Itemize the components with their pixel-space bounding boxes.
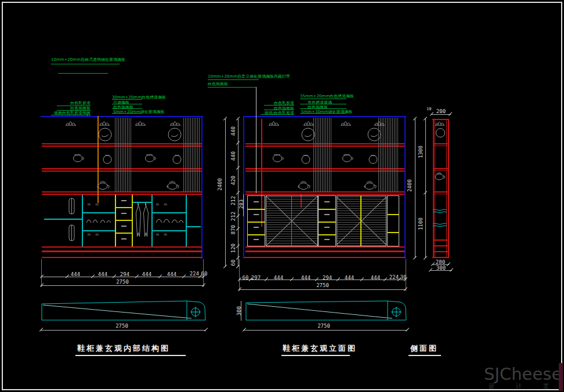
plant-icon	[99, 119, 110, 126]
teapot-icon	[297, 180, 313, 190]
dim-label: 420	[230, 172, 236, 189]
plant-icon	[340, 119, 352, 126]
drawer-handle	[121, 238, 126, 239]
dim-label: 10	[426, 107, 431, 111]
leader-line	[256, 87, 256, 193]
coat-icon	[143, 204, 149, 238]
dim-label: 2750	[114, 279, 131, 285]
drawer-handle	[121, 226, 126, 227]
decor-squiggle: ≈≈	[87, 232, 103, 237]
dim-label: 2750	[315, 323, 332, 329]
drawer-handle	[121, 213, 126, 214]
callout: 墙纸/白色乳胶漆	[250, 110, 294, 116]
dim-label: 2400	[217, 176, 223, 193]
drawer-column	[318, 195, 336, 246]
dim-label: 2400	[407, 177, 413, 194]
title-underline	[408, 355, 441, 356]
drawer-handle	[121, 200, 126, 201]
title-underline	[281, 355, 350, 356]
plant-icon	[65, 119, 77, 126]
teapot-icon	[363, 180, 379, 190]
umbrella-icon	[68, 224, 75, 242]
callout: 白色饰面板	[208, 81, 228, 87]
vase-icon	[102, 154, 113, 164]
grain-panel	[313, 118, 332, 192]
plate-icon	[97, 127, 113, 142]
door-panel	[266, 195, 318, 246]
dim-label: 440	[230, 122, 236, 140]
dim-label: 2750	[314, 282, 331, 288]
plant-icon	[303, 119, 314, 126]
plant-icon	[169, 119, 181, 126]
grain-panel	[183, 118, 200, 192]
vase-icon	[341, 153, 355, 162]
drawer-column	[247, 195, 265, 246]
note-glass-shelf: 10mm+20mm自由式透明钢化玻璃搁板	[51, 57, 125, 63]
watermark-logo: SJCheese	[484, 364, 562, 384]
title-side-view: 侧面图	[410, 343, 438, 354]
teapot-icon	[96, 180, 112, 190]
grain-panel	[115, 118, 132, 192]
watermark-bar	[559, 363, 563, 391]
decor-squiggle: ≈≈	[87, 202, 103, 207]
plate-icon	[167, 127, 182, 142]
plant-icon	[374, 119, 385, 126]
title-underline	[75, 355, 186, 356]
decor-squiggle: ≈≈	[156, 232, 171, 237]
cad-canvas: 10mm+20mm自由式透明钢化玻璃搁板 白色乳胶漆 白色饰面板 墙面白色乳胶漆…	[0, 0, 564, 392]
dim-label: 1300	[418, 143, 424, 161]
dim-label: 200	[434, 108, 448, 114]
dim-label: 440	[230, 147, 236, 165]
teapot-icon	[166, 180, 182, 190]
note-underline-2	[58, 73, 108, 74]
shoes-icon	[85, 216, 113, 224]
decor-wave	[433, 223, 449, 227]
callout: 5mm+20mm钢化玻璃搁板	[113, 109, 165, 115]
title-elevation: 鞋柜兼玄观立面图	[283, 343, 357, 354]
callout: 5mm+30mm钢化玻璃搁板	[301, 109, 353, 115]
umbrella-icon	[68, 198, 75, 215]
dim-label: 212	[230, 192, 236, 209]
note-underline	[51, 64, 120, 64]
plant-icon	[135, 119, 146, 126]
shoes-icon	[154, 215, 185, 224]
teapot-icon	[433, 172, 447, 181]
title-internal-structure: 鞋柜兼玄观内部结构图	[77, 343, 170, 354]
vase-icon	[72, 153, 86, 162]
coat-icon	[135, 204, 142, 238]
plate-icon	[367, 127, 382, 142]
decor-wave	[433, 209, 449, 213]
plant-icon	[268, 119, 280, 126]
dim-label: 60	[230, 254, 236, 271]
plant-icon	[435, 120, 445, 126]
watermark-subtitle: 设 计 芝 士	[489, 382, 564, 390]
dim-label: 283	[238, 195, 244, 213]
dim-label: 2750	[113, 323, 131, 329]
door-panel	[337, 195, 386, 246]
vase-icon	[368, 154, 378, 164]
vase-icon	[144, 153, 158, 162]
decor-squiggle: ≈≈	[156, 202, 171, 207]
drawer-column	[387, 195, 399, 246]
plan-left	[39, 298, 209, 325]
vase-icon	[301, 154, 311, 164]
dim-label: 870	[230, 221, 236, 238]
plate-icon	[435, 128, 446, 138]
dim-label: 1100	[418, 215, 424, 233]
callout: 10mm+20mm自定义钢化玻璃搁板内藏灯带	[208, 74, 290, 79]
vase-icon	[172, 154, 182, 164]
plan-right	[243, 298, 408, 325]
vase-icon	[272, 153, 285, 162]
plate-icon	[301, 127, 316, 142]
